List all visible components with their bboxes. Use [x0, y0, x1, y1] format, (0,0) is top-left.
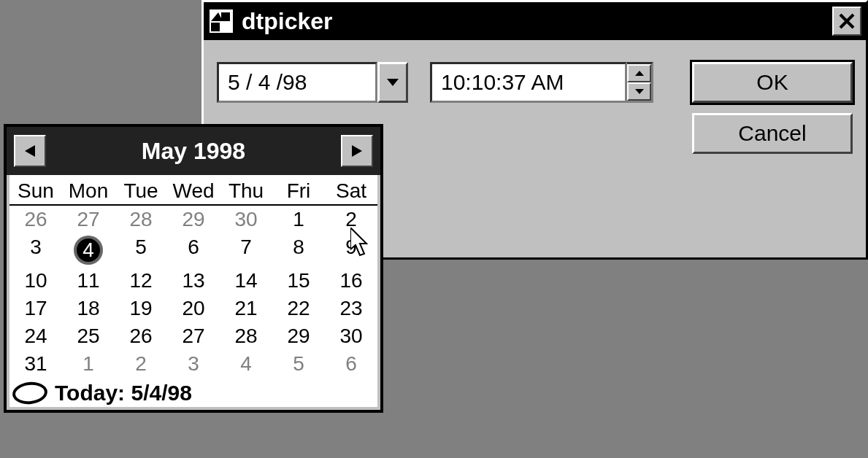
calendar-day[interactable]: 10: [9, 267, 62, 295]
calendar-day[interactable]: 26: [115, 322, 167, 350]
chevron-down-icon: [635, 89, 644, 94]
calendar-grid: SunMonTueWedThuFriSat2627282930123456789…: [7, 175, 380, 378]
calendar-day[interactable]: 9: [325, 233, 377, 267]
window-title: dtpicker: [242, 8, 832, 35]
calendar-day[interactable]: 8: [272, 233, 325, 267]
calendar-day[interactable]: 16: [325, 267, 377, 295]
calendar-day[interactable]: 30: [325, 322, 377, 350]
calendar-day[interactable]: 13: [167, 267, 220, 295]
close-icon: [839, 13, 855, 29]
calendar-month-title[interactable]: May 1998: [46, 138, 341, 165]
calendar-day[interactable]: 21: [220, 295, 272, 322]
calendar-day[interactable]: 1: [62, 350, 115, 378]
calendar-day[interactable]: 5: [272, 350, 325, 378]
calendar-day[interactable]: 17: [9, 295, 62, 322]
calendar-day-header: Sun: [9, 176, 62, 206]
calendar-day[interactable]: 12: [115, 267, 167, 295]
calendar-day-header: Thu: [220, 176, 272, 206]
svg-marker-7: [635, 89, 644, 94]
calendar-day[interactable]: 30: [220, 206, 272, 233]
calendar-day[interactable]: 28: [220, 322, 272, 350]
svg-marker-9: [352, 145, 362, 157]
calendar-day-header: Fri: [272, 176, 325, 206]
calendar-day[interactable]: 26: [9, 206, 62, 233]
svg-marker-8: [25, 145, 35, 157]
calendar-day[interactable]: 29: [167, 206, 220, 233]
time-picker-field: 10:10:37 AM: [430, 62, 653, 103]
calendar-day[interactable]: 18: [62, 295, 115, 322]
date-input[interactable]: 5 / 4 /98: [217, 62, 377, 103]
date-picker-field: 5 / 4 /98: [217, 62, 408, 103]
calendar-day[interactable]: 3: [167, 350, 220, 378]
triangle-left-icon: [25, 145, 35, 157]
calendar-day[interactable]: 31: [9, 350, 62, 378]
ok-button[interactable]: OK: [692, 62, 853, 103]
calendar-day[interactable]: 2: [115, 350, 167, 378]
calendar-day[interactable]: 20: [167, 295, 220, 322]
calendar-next-button[interactable]: [341, 135, 373, 167]
titlebar[interactable]: dtpicker: [204, 2, 866, 40]
today-label: Today: 5/4/98: [55, 381, 192, 405]
calendar-day[interactable]: 6: [167, 233, 220, 267]
svg-rect-1: [211, 23, 220, 31]
chevron-up-icon: [635, 71, 644, 76]
calendar-day[interactable]: 22: [272, 295, 325, 322]
calendar-prev-button[interactable]: [14, 135, 46, 167]
calendar-day-header: Tue: [115, 176, 167, 206]
today-circle-icon: [12, 381, 49, 406]
calendar-day-header: Mon: [62, 176, 115, 206]
chevron-down-icon: [387, 79, 399, 86]
calendar-day[interactable]: 23: [325, 295, 377, 322]
close-button[interactable]: [832, 7, 861, 36]
calendar-day[interactable]: 19: [115, 295, 167, 322]
calendar-day-header: Sat: [325, 176, 377, 206]
calendar-day[interactable]: 29: [272, 322, 325, 350]
calendar-day-header: Wed: [167, 176, 220, 206]
calendar-day[interactable]: 4: [62, 233, 115, 267]
calendar-popup: May 1998 SunMonTueWedThuFriSat2627282930…: [4, 124, 383, 413]
calendar-day[interactable]: 27: [62, 206, 115, 233]
calendar-day[interactable]: 28: [115, 206, 167, 233]
calendar-day[interactable]: 15: [272, 267, 325, 295]
calendar-day[interactable]: 7: [220, 233, 272, 267]
triangle-right-icon: [352, 145, 362, 157]
calendar-day[interactable]: 1: [272, 206, 325, 233]
time-spinner: [627, 62, 653, 103]
calendar-day[interactable]: 11: [62, 267, 115, 295]
calendar-day[interactable]: 27: [167, 322, 220, 350]
calendar-day[interactable]: 14: [220, 267, 272, 295]
calendar-day[interactable]: 2: [325, 206, 377, 233]
svg-marker-6: [635, 71, 644, 76]
app-icon: [208, 8, 234, 34]
calendar-day[interactable]: 6: [325, 350, 377, 378]
time-spin-down[interactable]: [627, 82, 651, 101]
time-spin-up[interactable]: [627, 64, 651, 82]
calendar-day[interactable]: 4: [220, 350, 272, 378]
date-dropdown-button[interactable]: [377, 62, 408, 103]
calendar-day[interactable]: 25: [62, 322, 115, 350]
calendar-day[interactable]: 3: [9, 233, 62, 267]
svg-marker-5: [387, 79, 399, 86]
calendar-day[interactable]: 5: [115, 233, 167, 267]
time-input[interactable]: 10:10:37 AM: [430, 62, 627, 103]
svg-rect-2: [221, 12, 230, 21]
calendar-day[interactable]: 24: [9, 322, 62, 350]
cancel-button[interactable]: Cancel: [692, 113, 853, 154]
calendar-header: May 1998: [7, 127, 380, 175]
calendar-footer[interactable]: Today: 5/4/98: [7, 378, 380, 410]
